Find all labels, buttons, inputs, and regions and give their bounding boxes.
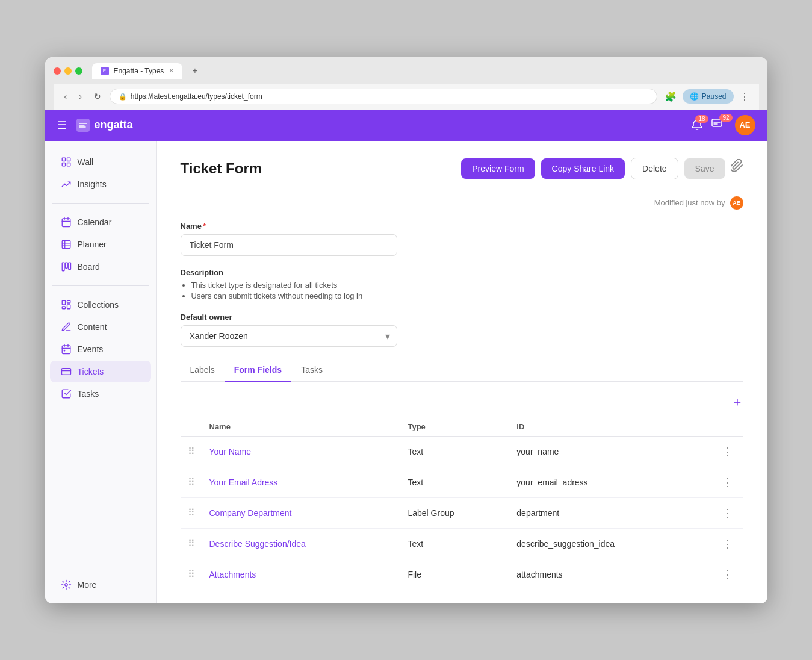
default-owner-select[interactable]: Xander Roozen xyxy=(181,325,397,347)
table-row: ⠿ Describe Suggestion/Idea Text describe… xyxy=(181,528,743,559)
field-name-cell: Your Name xyxy=(202,436,401,467)
logo-icon xyxy=(76,119,90,132)
drag-handle[interactable]: ⠿ xyxy=(188,538,195,549)
drag-handle[interactable]: ⠿ xyxy=(188,446,195,456)
field-more-button[interactable]: ⋮ xyxy=(718,567,736,582)
description-item-1: This ticket type is designated for all t… xyxy=(191,281,743,290)
default-owner-label: Default owner xyxy=(181,313,743,322)
minimize-button[interactable] xyxy=(64,67,72,75)
drag-handle[interactable]: ⠿ xyxy=(188,477,195,487)
svg-rect-18 xyxy=(67,300,70,303)
field-type-cell: Label Group xyxy=(400,497,509,528)
field-name-link[interactable]: Company Department xyxy=(209,508,292,518)
description-list: This ticket type is designated for all t… xyxy=(181,281,743,300)
back-button[interactable]: ‹ xyxy=(61,89,71,104)
paused-button[interactable]: 🌐 Paused xyxy=(683,89,734,104)
field-more-button[interactable]: ⋮ xyxy=(718,536,736,552)
field-name-link[interactable]: Your Email Adress xyxy=(209,478,278,487)
field-name-link[interactable]: Your Name xyxy=(209,447,252,456)
tabs-bar: Labels Form Fields Tasks xyxy=(181,359,743,382)
field-type-cell: File xyxy=(400,559,509,590)
delete-button[interactable]: Delete xyxy=(631,158,678,179)
field-name-link[interactable]: Describe Suggestion/Idea xyxy=(209,539,306,549)
drag-handle-cell: ⠿ xyxy=(181,436,202,467)
tab-labels[interactable]: Labels xyxy=(181,359,225,382)
col-id: ID xyxy=(509,417,710,437)
menu-button[interactable]: ⋮ xyxy=(737,89,752,105)
board-icon xyxy=(61,261,72,272)
address-bar[interactable]: 🔒 https://latest.engatta.eu/types/ticket… xyxy=(110,89,657,104)
name-input[interactable] xyxy=(181,234,397,256)
new-tab-button[interactable]: + xyxy=(187,63,202,79)
tab-tasks[interactable]: Tasks xyxy=(291,359,332,382)
add-field-button[interactable]: ＋ xyxy=(731,394,743,410)
notifications-button[interactable]: 18 xyxy=(690,119,704,132)
field-more-button[interactable]: ⋮ xyxy=(718,444,736,459)
field-more-button[interactable]: ⋮ xyxy=(718,505,736,521)
avatar[interactable]: AE xyxy=(735,115,755,135)
insights-icon xyxy=(61,179,72,190)
wall-icon xyxy=(61,157,72,167)
sidebar-item-board[interactable]: Board xyxy=(50,256,151,278)
sidebar-item-calendar[interactable]: Calendar xyxy=(50,211,151,233)
extensions-button[interactable]: 🧩 xyxy=(662,89,679,105)
sidebar-item-wall[interactable]: Wall xyxy=(50,151,151,173)
field-actions-cell: ⋮ xyxy=(711,467,743,497)
messages-button[interactable]: 92 xyxy=(711,117,728,132)
collections-icon xyxy=(61,299,72,310)
copy-share-link-button[interactable]: Copy Share Link xyxy=(541,158,625,179)
sidebar-item-tasks[interactable]: Tasks xyxy=(50,383,151,405)
field-id-cell: department xyxy=(509,497,710,528)
table-row: ⠿ Attachments File attachments ⋮ xyxy=(181,559,743,590)
sidebar-item-content[interactable]: Content xyxy=(50,316,151,338)
sidebar-item-label-tasks: Tasks xyxy=(78,389,99,399)
sidebar-item-insights[interactable]: Insights xyxy=(50,173,151,195)
field-id-cell: your_name xyxy=(509,436,710,467)
fields-table: Name Type ID ⠿ Your Name Text your_name xyxy=(181,417,743,590)
sidebar-item-collections[interactable]: Collections xyxy=(50,294,151,316)
table-header-row: ＋ xyxy=(181,394,743,410)
field-id-cell: attachments xyxy=(509,559,710,590)
sidebar-item-tickets[interactable]: Tickets xyxy=(50,361,151,382)
drag-handle-cell: ⠿ xyxy=(181,467,202,497)
preview-form-button[interactable]: Preview Form xyxy=(461,158,535,179)
sidebar-item-label-events: Events xyxy=(78,344,104,354)
logo-text: engatta xyxy=(95,119,133,131)
save-button[interactable]: Save xyxy=(684,158,725,179)
maximize-button[interactable] xyxy=(75,67,82,75)
hamburger-button[interactable]: ☰ xyxy=(57,119,67,132)
drag-handle-cell: ⠿ xyxy=(181,528,202,559)
drag-handle[interactable]: ⠿ xyxy=(188,569,195,579)
content-icon xyxy=(61,322,72,332)
sidebar-item-planner[interactable]: Planner xyxy=(50,234,151,255)
modified-line: Modified just now by AE xyxy=(181,196,743,210)
reload-button[interactable]: ↻ xyxy=(90,89,105,104)
default-owner-select-wrapper: Xander Roozen ▾ xyxy=(181,325,397,347)
svg-rect-17 xyxy=(62,300,65,305)
content-area: Ticket Form Preview Form Copy Share Link… xyxy=(157,141,767,603)
forward-button[interactable]: › xyxy=(75,89,85,104)
tab-close-button[interactable]: ✕ xyxy=(169,67,174,75)
sidebar-item-label-content: Content xyxy=(78,322,107,332)
calendar-icon xyxy=(61,217,72,228)
sidebar-item-label-tickets: Tickets xyxy=(78,367,104,376)
default-owner-section: Default owner Xander Roozen ▾ xyxy=(181,313,743,347)
field-name-link[interactable]: Attachments xyxy=(209,570,256,579)
active-tab[interactable]: E Engatta - Types ✕ xyxy=(92,63,183,79)
paused-label: Paused xyxy=(702,92,727,101)
sidebar-item-events[interactable]: Events xyxy=(50,338,151,360)
field-more-button[interactable]: ⋮ xyxy=(718,475,736,490)
sidebar-item-more[interactable]: More xyxy=(50,574,151,596)
sidebar: Wall Insights Calendar Planner xyxy=(45,141,157,603)
svg-rect-5 xyxy=(67,163,70,166)
field-id-cell: describe_suggestion_idea xyxy=(509,528,710,559)
drag-handle[interactable]: ⠿ xyxy=(188,508,195,518)
col-name: Name xyxy=(202,417,401,437)
tab-form-fields[interactable]: Form Fields xyxy=(225,359,291,382)
sidebar-item-label-collections: Collections xyxy=(78,300,119,310)
close-button[interactable] xyxy=(54,67,61,75)
svg-rect-14 xyxy=(62,263,64,271)
field-name-cell: Company Department xyxy=(202,497,401,528)
svg-rect-20 xyxy=(67,305,70,309)
attachment-button[interactable] xyxy=(731,159,743,178)
